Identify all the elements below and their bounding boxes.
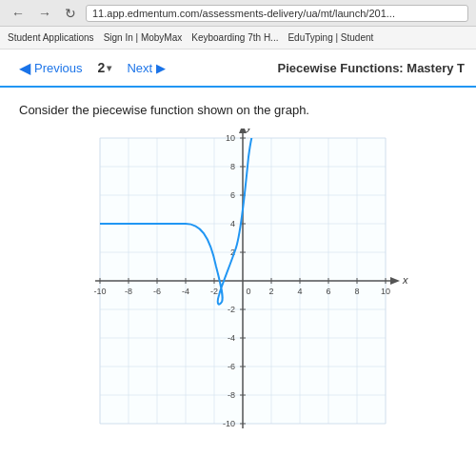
question-number: 2: [98, 60, 106, 75]
assessment-bar: ◀ Previous 2 ▾ Next ▶ Piecewise Function…: [0, 50, 476, 88]
x-tick-label: 10: [381, 287, 390, 296]
bookmark-keyboarding[interactable]: Keyboarding 7th H...: [191, 32, 278, 43]
y-tick-label: -6: [228, 362, 235, 371]
bookmark-student-apps[interactable]: Student Applications: [8, 32, 94, 43]
bookmark-edutyping[interactable]: EduTyping | Student: [288, 32, 373, 43]
previous-label: Previous: [34, 61, 83, 75]
x-tick-label: 2: [268, 287, 273, 296]
browser-bar: ← → ↻ 11.app.edmentum.com/assessments-de…: [0, 0, 476, 27]
forward-button[interactable]: →: [34, 4, 55, 23]
y-tick-label: 4: [230, 219, 235, 228]
x-tick-label: -8: [125, 287, 132, 296]
x-tick-label: -6: [153, 287, 161, 296]
y-tick-label: 8: [230, 162, 235, 171]
bookmarks-bar: Student Applications Sign In | MobyMax K…: [0, 27, 476, 50]
x-tick-label: -2: [210, 287, 218, 296]
reload-button[interactable]: ↻: [61, 4, 80, 23]
prev-arrow-icon: ◀: [19, 59, 30, 77]
main-content: Consider the piecewise function shown on…: [0, 88, 476, 476]
bookmark-mobymax[interactable]: Sign In | MobyMax: [104, 32, 183, 43]
x-tick-label: -4: [182, 287, 189, 296]
next-label: Next: [127, 61, 152, 75]
next-arrow-icon: ▶: [156, 61, 166, 75]
x-tick-label: -10: [93, 287, 106, 296]
x-tick-label: 8: [354, 287, 359, 296]
x-tick-label: 4: [297, 287, 302, 296]
y-tick-label: -10: [223, 419, 235, 428]
assessment-title: Piecewise Functions: Mastery T: [277, 61, 465, 75]
y-tick-label: 10: [226, 133, 235, 143]
x-tick-label: 6: [326, 287, 330, 296]
left-arrow: [89, 221, 97, 227]
question-number-display: 2 ▾: [90, 60, 120, 75]
x-axis-label: x: [402, 274, 408, 286]
graph-container: -10 -8 -6 -4 -2 0 2 4 6 8: [19, 129, 457, 452]
question-text: Consider the piecewise function shown on…: [19, 103, 457, 117]
piecewise-graph: -10 -8 -6 -4 -2 0 2 4 6 8: [62, 129, 414, 452]
url-bar[interactable]: 11.app.edmentum.com/assessments-delivery…: [86, 5, 468, 22]
y-tick-label: -4: [228, 333, 235, 343]
y-axis-label: y: [246, 129, 253, 132]
question-dropdown-icon[interactable]: ▾: [107, 63, 111, 73]
y-tick-label: -8: [228, 390, 235, 400]
y-axis-arrow: [239, 129, 247, 133]
y-tick-label: 6: [230, 190, 235, 200]
previous-button[interactable]: ◀ Previous: [11, 55, 90, 81]
x-axis-arrow: [390, 277, 400, 285]
next-button[interactable]: Next ▶: [119, 57, 173, 79]
y-tick-label: -2: [228, 305, 235, 314]
x-tick-origin: 0: [246, 287, 250, 296]
back-button[interactable]: ←: [8, 4, 29, 23]
